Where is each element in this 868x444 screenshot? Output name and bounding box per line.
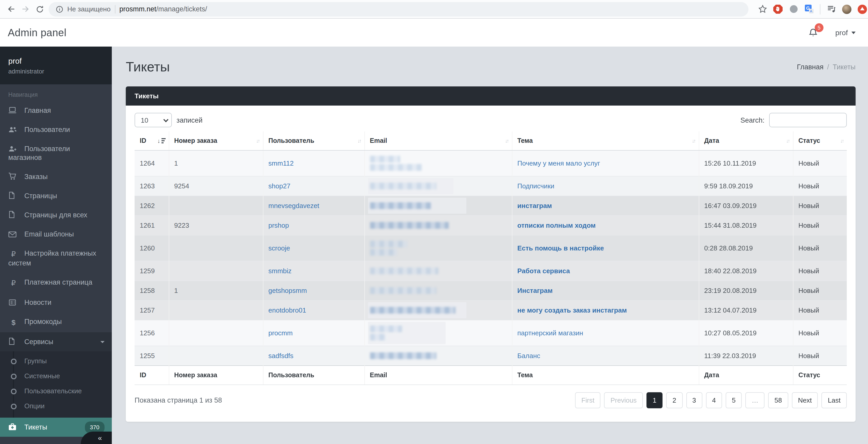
email-blurred <box>370 307 506 314</box>
file-icon <box>8 191 19 199</box>
sidebar-item-платежная-страница[interactable]: ₽Платежная страница <box>0 273 112 293</box>
info-icon[interactable] <box>56 5 63 13</box>
breadcrumb-home-link[interactable]: Главная <box>797 63 824 71</box>
status-cell: Новый <box>793 150 847 176</box>
ticket-id-cell: 1256 <box>134 320 169 346</box>
browser-profile-avatar[interactable] <box>842 4 851 14</box>
sidebar-item-страницы[interactable]: Страницы <box>0 186 112 205</box>
column-header-статус[interactable]: Статус↓↑ <box>793 131 847 150</box>
file-icon <box>8 338 19 345</box>
adblock-extension-icon[interactable] <box>773 4 783 14</box>
email-blurred <box>370 241 506 256</box>
ticket-subject-link[interactable]: Подписчики <box>517 182 554 190</box>
ticket-id-cell: 1264 <box>134 150 169 176</box>
sidebar-item-главная[interactable]: Главная <box>0 101 112 120</box>
page-button-1[interactable]: 1 <box>647 392 662 408</box>
column-footer-статус: Статус <box>793 366 847 385</box>
ticket-subject-link[interactable]: партнерский магазин <box>517 329 583 337</box>
column-header-номер-заказа[interactable]: Номер заказа↓↑ <box>169 131 263 150</box>
page-length-select[interactable]: 10 <box>134 113 172 127</box>
search-input[interactable] <box>769 113 847 127</box>
sidebar-subitem-опции[interactable]: Опции <box>0 399 112 413</box>
ticket-id-cell: 1257 <box>134 300 169 320</box>
sidebar-subitem-системные[interactable]: Системные <box>0 369 112 383</box>
column-footer-id: ID <box>134 366 169 385</box>
ticket-row: 1257enotdobro01не могу создать заказ инс… <box>134 300 847 320</box>
sidebar-item-настройка-платежных-систем[interactable]: ₽Настройка платежных систем <box>0 244 112 273</box>
user-menu-button[interactable]: prof <box>835 28 856 37</box>
subject-cell: Почему у меня мало услуг <box>512 150 699 176</box>
bookmark-star-icon[interactable] <box>758 4 767 14</box>
ticket-subject-link[interactable]: Почему у меня мало услуг <box>517 159 600 167</box>
ticket-subject-link[interactable]: Баланс <box>517 352 540 360</box>
browser-back-icon[interactable] <box>5 3 17 15</box>
sidebar-subitem-пользовательские[interactable]: Пользовательские <box>0 383 112 399</box>
address-bar[interactable]: Не защищено prosmm.net/manage/tickets/ <box>49 2 748 16</box>
sidebar-item-страницы-для-всех[interactable]: Страницы для всех <box>0 205 112 225</box>
page-button-2[interactable]: 2 <box>666 392 682 408</box>
sidebar-item-промокоды[interactable]: $Промокоды <box>0 312 112 332</box>
url-host: prosmm.net <box>119 5 156 13</box>
ticket-subject-link[interactable]: Есть помощь в настройке <box>517 244 604 252</box>
ticket-subject-link[interactable]: инстаграм <box>517 202 552 210</box>
sidebar: prof administrator Навигация ГлавнаяПоль… <box>0 46 112 444</box>
sidebar-item-заказы[interactable]: Заказы <box>0 167 112 186</box>
page-button-3[interactable]: 3 <box>686 392 702 408</box>
ticket-id-cell: 1263 <box>134 176 169 196</box>
date-cell: 18:40 22.08.2019 <box>699 261 793 281</box>
chevron-down-icon <box>851 31 856 34</box>
sidebar-subitem-группы[interactable]: Группы <box>0 353 112 369</box>
sidebar-item-сервисы[interactable]: Сервисы <box>0 332 112 351</box>
extension-icon[interactable] <box>789 4 798 14</box>
sidebar-item-label: Сервисы <box>24 338 53 346</box>
media-playlist-icon[interactable] <box>827 4 836 14</box>
page-button-58[interactable]: 58 <box>768 392 788 408</box>
user-link[interactable]: prshop <box>268 221 289 229</box>
sidebar-item-пользователи-магазинов[interactable]: Пользователи магазинов <box>0 139 112 167</box>
column-header-id[interactable]: ID↓ <box>134 131 169 150</box>
sidebar-nav: ГлавнаяПользователиПользователи магазино… <box>0 101 112 437</box>
ticket-subject-link[interactable]: Инстаграм <box>517 287 553 294</box>
email-blurred <box>370 156 506 171</box>
sidebar-item-email-шаблоны[interactable]: Email шаблоны <box>0 225 112 244</box>
ticket-subject-link[interactable]: отписки полным ходом <box>517 221 596 229</box>
notifications-button[interactable]: 5 <box>808 28 818 37</box>
ticket-subject-link[interactable]: не могу создать заказ инстаграм <box>517 306 627 314</box>
subject-cell: Инстаграм <box>512 281 699 300</box>
user-link[interactable]: sadfsdfs <box>268 352 293 360</box>
sidebar-section-label: Навигация <box>0 84 112 101</box>
status-cell: Новый <box>793 216 847 235</box>
email-cell-redacted <box>364 150 512 176</box>
column-header-дата[interactable]: Дата↓↑ <box>699 131 793 150</box>
sidebar-item-label: Новости <box>24 298 52 306</box>
sidebar-item-новости[interactable]: Новости <box>0 293 112 312</box>
update-icon[interactable] <box>858 4 867 14</box>
ruble-icon: ₽ <box>8 279 19 288</box>
ticket-subject-link[interactable]: Работа сервиса <box>517 267 570 275</box>
browser-forward-icon[interactable] <box>20 3 31 15</box>
user-link[interactable]: mnevsegdavezet <box>268 202 319 210</box>
user-link[interactable]: procmm <box>268 329 293 337</box>
user-link[interactable]: smm112 <box>268 159 294 167</box>
page-button-previous: Previous <box>604 392 643 408</box>
order-number-cell: 9223 <box>169 216 263 235</box>
page-button-4[interactable]: 4 <box>706 392 722 408</box>
user-link[interactable]: shop27 <box>268 182 290 190</box>
column-header-email[interactable]: Email↓↑ <box>364 131 512 150</box>
omnibox-divider <box>115 5 115 13</box>
user-link[interactable]: getshopsmm <box>268 287 307 294</box>
page-button-5[interactable]: 5 <box>726 392 742 408</box>
sidebar-item-пользователи[interactable]: Пользователи <box>0 120 112 139</box>
column-header-тема[interactable]: Тема↓↑ <box>512 131 699 150</box>
order-number-cell <box>169 196 263 216</box>
page-button-last[interactable]: Last <box>822 392 847 408</box>
sidebar-item-label: Платежная страница <box>24 278 92 286</box>
page-button-next[interactable]: Next <box>792 392 818 408</box>
order-number-cell: 1 <box>169 281 263 300</box>
column-header-пользователь[interactable]: Пользователь↓↑ <box>263 131 364 150</box>
browser-reload-icon[interactable] <box>34 3 45 15</box>
translate-extension-icon[interactable]: GA <box>804 4 814 14</box>
user-link[interactable]: scrooje <box>268 244 290 252</box>
user-link[interactable]: smmbiz <box>268 267 292 275</box>
user-link[interactable]: enotdobro01 <box>268 306 306 314</box>
